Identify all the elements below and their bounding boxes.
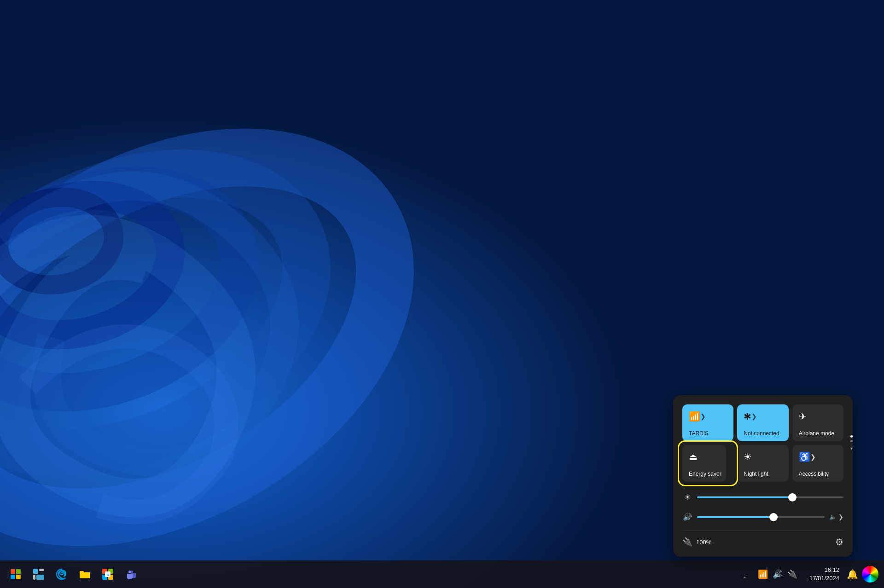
night-light-icon: ☀	[744, 451, 752, 462]
airplane-mode-toggle[interactable]: ✈ Airplane mode	[792, 404, 843, 441]
quick-settings-panel: 📶 ❯ TARDIS ✱ ❯ Not connected ✈ Airplane …	[673, 395, 853, 557]
accessibility-arrow-icon: ❯	[810, 453, 816, 461]
wifi-toggle[interactable]: 📶 ❯ TARDIS	[682, 404, 733, 441]
pagination-chevron-icon[interactable]: ▾	[850, 446, 853, 451]
svg-rect-8	[11, 575, 15, 579]
settings-gear-icon[interactable]: ⚙	[835, 536, 843, 548]
airplane-label: Airplane mode	[799, 430, 834, 437]
battery-icon: 🔌	[682, 537, 692, 547]
svg-rect-13	[36, 575, 44, 580]
clock-date: 17/01/2024	[809, 574, 839, 582]
bluetooth-icon: ✱	[744, 411, 751, 422]
airplane-icon: ✈	[799, 411, 807, 422]
volume-expand[interactable]: 🔈 ❯	[829, 513, 843, 520]
volume-fill	[697, 516, 774, 518]
profile-icon[interactable]	[862, 566, 878, 582]
wifi-icon: 📶	[689, 411, 700, 422]
svg-rect-10	[33, 569, 38, 574]
pagination-dot-1[interactable]	[850, 435, 853, 438]
taskbar-apps: S	[6, 564, 141, 584]
taskbar-edge-icon[interactable]	[52, 564, 72, 584]
bluetooth-toggle[interactable]: ✱ ❯ Not connected	[737, 404, 788, 441]
taskbar-teams-icon[interactable]	[121, 564, 141, 584]
volume-thumb[interactable]	[769, 513, 778, 521]
bluetooth-arrow-icon: ❯	[751, 413, 757, 420]
show-hidden-icons-button[interactable]: ‸	[740, 569, 750, 580]
brightness-track[interactable]	[697, 496, 843, 498]
brightness-row: ☀	[682, 489, 843, 505]
taskbar-battery-icon[interactable]: 🔌	[787, 569, 797, 579]
volume-section: 🔊 🔈 ❯	[682, 509, 843, 525]
svg-rect-7	[16, 569, 21, 574]
volume-row: 🔊 🔈 ❯	[682, 509, 843, 525]
volume-icon: 🔊	[682, 513, 692, 521]
volume-arrow-icon: ❯	[838, 513, 843, 520]
accessibility-icon: ♿	[799, 451, 810, 462]
grid-pagination: ▾	[850, 435, 853, 451]
brightness-fill	[697, 496, 792, 498]
volume-expand-icon: 🔈	[829, 513, 837, 520]
taskbar-files-icon[interactable]	[75, 564, 95, 584]
svg-rect-9	[16, 575, 21, 579]
taskbar-widgets-icon[interactable]	[29, 564, 49, 584]
wifi-arrow-icon: ❯	[700, 413, 706, 420]
battery-percentage: 100%	[696, 539, 711, 546]
taskbar: S ‸ 📶 🔊 🔌 16:12	[0, 560, 884, 588]
taskbar-right: ‸ 📶 🔊 🔌 16:12 17/01/2024 🔔	[740, 564, 878, 584]
battery-row: 🔌 100% ⚙	[682, 530, 843, 548]
brightness-section: ☀	[682, 489, 843, 505]
svg-rect-12	[33, 575, 35, 580]
pagination-dot-2[interactable]	[850, 440, 853, 442]
accessibility-toggle[interactable]: ♿ ❯ Accessibility	[792, 445, 843, 482]
notifications-icon[interactable]: 🔔	[847, 569, 858, 580]
energy-saver-label: Energy saver	[689, 471, 721, 477]
night-light-toggle[interactable]: ☀ Night light	[737, 445, 788, 482]
taskbar-store-icon[interactable]: S	[98, 564, 118, 584]
clock-area[interactable]: 16:12 17/01/2024	[806, 564, 843, 584]
volume-track[interactable]	[697, 516, 825, 518]
night-light-label: Night light	[744, 471, 768, 477]
taskbar-volume-icon[interactable]: 🔊	[773, 569, 783, 579]
taskbar-windows-icon[interactable]	[6, 564, 26, 584]
toggle-grid: 📶 ❯ TARDIS ✱ ❯ Not connected ✈ Airplane …	[682, 404, 843, 482]
brightness-thumb[interactable]	[788, 493, 797, 502]
bluetooth-label: Not connected	[744, 430, 779, 437]
energy-saver-wrapper: ⏏ Energy saver	[682, 445, 733, 482]
brightness-icon: ☀	[682, 493, 692, 502]
energy-saver-toggle[interactable]: ⏏ Energy saver	[682, 445, 726, 482]
svg-rect-6	[11, 569, 15, 574]
battery-left: 🔌 100%	[682, 537, 711, 547]
taskbar-wifi-icon[interactable]: 📶	[758, 569, 768, 579]
energy-saver-icon: ⏏	[689, 451, 698, 462]
accessibility-label: Accessibility	[799, 471, 829, 477]
wifi-label: TARDIS	[689, 430, 709, 437]
toggle-grid-container: 📶 ❯ TARDIS ✱ ❯ Not connected ✈ Airplane …	[682, 404, 843, 482]
svg-text:S: S	[106, 573, 109, 577]
clock-time: 16:12	[824, 566, 839, 574]
svg-rect-11	[39, 569, 44, 571]
taskbar-sys-icons[interactable]: 📶 🔊 🔌	[753, 567, 802, 581]
